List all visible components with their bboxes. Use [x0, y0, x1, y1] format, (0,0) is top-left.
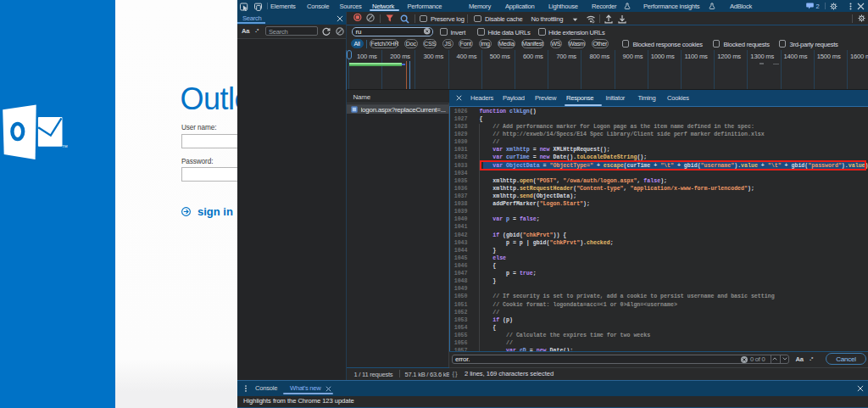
svg-text:TM: TM: [62, 144, 68, 148]
